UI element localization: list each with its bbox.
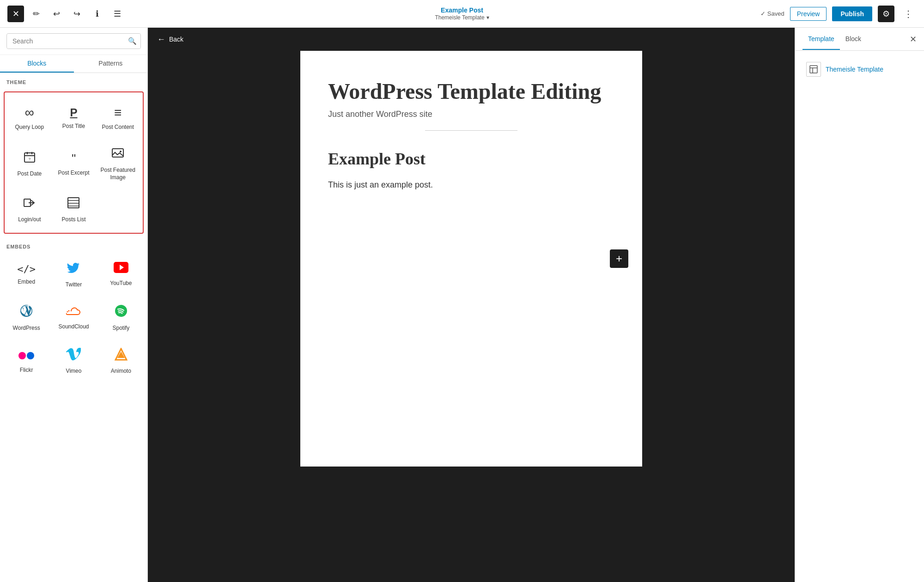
chevron-down-icon: ▾ <box>486 14 489 21</box>
block-item-login-out[interactable]: Login/out <box>8 188 51 229</box>
right-panel-body: Themeisle Template <box>795 51 924 88</box>
embed-icon: </> <box>17 263 36 275</box>
tab-patterns[interactable]: Patterns <box>74 55 148 73</box>
info-button[interactable]: ℹ <box>89 6 105 22</box>
main-layout: 🔍 Blocks Patterns THEME ∞ Query Loop P P… <box>0 28 924 582</box>
tab-blocks[interactable]: Blocks <box>0 55 74 73</box>
block-item-post-featured-image[interactable]: Post Featured Image <box>97 139 139 186</box>
block-item-post-excerpt[interactable]: " Post Excerpt <box>53 139 95 186</box>
theme-section-label: THEME <box>0 73 147 88</box>
template-item[interactable]: Themeisle Template <box>802 58 917 80</box>
toolbar-center: Example Post Themeisle Template ▾ <box>435 6 489 21</box>
more-options-button[interactable]: ⋮ <box>900 6 917 21</box>
right-panel-header: Template Block ✕ <box>795 28 924 51</box>
post-name: Example Post <box>435 6 489 14</box>
block-item-flickr[interactable]: Flickr <box>4 339 49 381</box>
post-content[interactable]: This is just an example post. <box>328 178 614 192</box>
block-label-flickr: Flickr <box>20 367 33 374</box>
search-input[interactable] <box>7 34 140 48</box>
block-item-animoto[interactable]: Animoto <box>98 339 144 381</box>
post-excerpt-icon: " <box>72 152 76 166</box>
template-selector[interactable]: Themeisle Template ▾ <box>435 14 489 21</box>
add-block-button[interactable]: + <box>610 249 628 268</box>
canvas-area: ← Back WordPress Template Editing Just a… <box>148 28 795 582</box>
block-label-wordpress: WordPress <box>13 325 40 332</box>
theme-section: ∞ Query Loop P Post Title ≡ Post Content <box>4 91 144 234</box>
saved-text: Saved <box>767 10 784 17</box>
undo-button[interactable]: ↩ <box>48 6 65 22</box>
block-item-spotify[interactable]: Spotify <box>98 296 144 337</box>
block-item-wordpress[interactable]: WordPress <box>4 296 49 337</box>
sidebar-tabs: Blocks Patterns <box>0 55 147 73</box>
svg-point-17 <box>18 352 26 359</box>
block-label-post-content: Post Content <box>102 124 134 131</box>
redo-button[interactable]: ↪ <box>68 6 85 22</box>
twitter-icon <box>67 261 80 278</box>
block-item-twitter[interactable]: Twitter <box>51 252 96 294</box>
template-name-text: Themeisle Template <box>435 14 484 21</box>
tab-block[interactable]: Block <box>840 29 867 50</box>
block-label-post-excerpt: Post Excerpt <box>58 170 89 177</box>
block-item-youtube[interactable]: YouTube <box>98 252 144 294</box>
settings-button[interactable]: ⚙ <box>878 6 894 22</box>
list-view-button[interactable]: ☰ <box>109 6 126 22</box>
query-loop-icon: ∞ <box>25 105 34 120</box>
block-item-soundcloud[interactable]: SoundCloud <box>51 296 96 337</box>
post-title[interactable]: Example Post <box>328 149 614 169</box>
site-title[interactable]: WordPress Template Editing <box>328 79 614 104</box>
block-label-post-featured-image: Post Featured Image <box>100 167 135 181</box>
post-featured-image-icon <box>111 147 124 163</box>
panel-close-button[interactable]: ✕ <box>910 34 917 44</box>
preview-button[interactable]: Preview <box>790 7 827 21</box>
tab-template[interactable]: Template <box>802 29 840 50</box>
block-label-post-title: Post Title <box>62 123 85 130</box>
block-label-query-loop: Query Loop <box>15 124 44 131</box>
publish-button[interactable]: Publish <box>832 6 872 21</box>
block-item-post-date[interactable]: ? Post Date <box>8 139 51 186</box>
block-label-twitter: Twitter <box>66 281 82 289</box>
spotify-icon <box>114 304 128 321</box>
search-input-wrap: 🔍 <box>6 33 141 49</box>
login-out-icon <box>23 196 36 212</box>
svg-point-6 <box>120 151 122 152</box>
block-item-posts-list[interactable]: Posts List <box>53 188 95 229</box>
embeds-section: </> Embed Twitter <box>0 252 147 384</box>
block-label-embed: Embed <box>18 279 35 286</box>
check-icon: ✓ <box>760 10 766 17</box>
close-button[interactable]: ✕ <box>7 6 24 22</box>
right-panel: Template Block ✕ Themeisle Template <box>795 28 924 582</box>
block-item-post-title[interactable]: P Post Title <box>53 96 95 138</box>
block-label-vimeo: Vimeo <box>66 368 82 375</box>
back-label[interactable]: Back <box>169 36 183 43</box>
toolbar-left: ✕ ✏ ↩ ↪ ℹ ☰ <box>7 6 126 22</box>
site-tagline[interactable]: Just another WordPress site <box>328 109 614 119</box>
page-divider <box>425 130 517 131</box>
block-item-post-content[interactable]: ≡ Post Content <box>97 96 139 138</box>
wordpress-icon <box>19 304 33 321</box>
block-item-vimeo[interactable]: Vimeo <box>51 339 96 381</box>
edit-button[interactable]: ✏ <box>28 6 44 22</box>
svg-rect-21 <box>810 66 817 73</box>
post-title-icon: P <box>70 106 77 119</box>
block-label-posts-list: Posts List <box>61 216 85 224</box>
embeds-section-label: EMBEDS <box>0 237 147 252</box>
back-bar: ← Back <box>148 28 795 51</box>
block-label-login-out: Login/out <box>18 216 41 224</box>
block-item-embed[interactable]: </> Embed <box>4 252 49 294</box>
embeds-blocks-grid: </> Embed Twitter <box>4 252 144 381</box>
template-icon <box>806 62 821 77</box>
back-arrow-icon[interactable]: ← <box>157 35 165 44</box>
youtube-icon <box>114 261 128 276</box>
block-label-youtube: YouTube <box>110 280 132 287</box>
animoto-icon <box>115 348 128 364</box>
block-label-spotify: Spotify <box>112 325 129 332</box>
search-icon[interactable]: 🔍 <box>128 37 137 45</box>
svg-point-18 <box>27 352 34 359</box>
flickr-icon <box>18 348 35 363</box>
search-bar: 🔍 <box>0 28 147 55</box>
post-content-icon: ≡ <box>114 105 122 120</box>
block-item-query-loop[interactable]: ∞ Query Loop <box>8 96 51 138</box>
page-canvas: WordPress Template Editing Just another … <box>300 51 642 467</box>
top-toolbar: ✕ ✏ ↩ ↪ ℹ ☰ Example Post Themeisle Templ… <box>0 0 924 28</box>
posts-list-icon <box>67 196 80 212</box>
